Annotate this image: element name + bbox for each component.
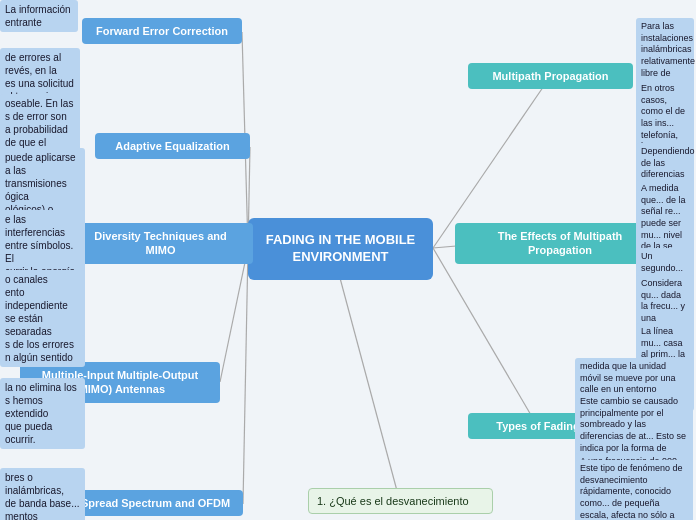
center-node[interactable]: FADING IN THE MOBILE ENVIRONMENT [248,218,433,280]
info-left-3: oseable. En lass de error sona probabili… [0,94,80,152]
svg-line-4 [243,248,248,504]
node-dtm[interactable]: Diversity Techniques and MIMO [68,223,253,264]
node-effects[interactable]: The Effects of Multipath Propagation [455,223,665,264]
info-left-7: s de los erroresn algún sentido [0,335,85,367]
info-right-12: Este tipo de fenómeno de desvanecimiento… [575,460,693,520]
svg-line-8 [340,278,400,502]
node-fss[interactable]: Spread Spectrum and OFDM [68,490,243,516]
info-left-9: bres o inalámbricas,de banda base...ment… [0,468,85,520]
info-left-8: la no elimina loss hemos extendidoque pu… [0,378,85,449]
node-ae[interactable]: Adaptive Equalization [95,133,250,159]
info-left-1: La informaciónentrante [0,0,78,32]
node-question[interactable]: 1. ¿Qué es el desvanecimiento [308,488,493,514]
mindmap-container: FADING IN THE MOBILE ENVIRONMENT Forward… [0,0,696,520]
info-right-6: Un segundo... [636,248,694,277]
svg-line-3 [220,248,248,382]
node-fec[interactable]: Forward Error Correction [82,18,242,44]
svg-line-7 [433,248,538,427]
node-mp[interactable]: Multipath Propagation [468,63,633,89]
